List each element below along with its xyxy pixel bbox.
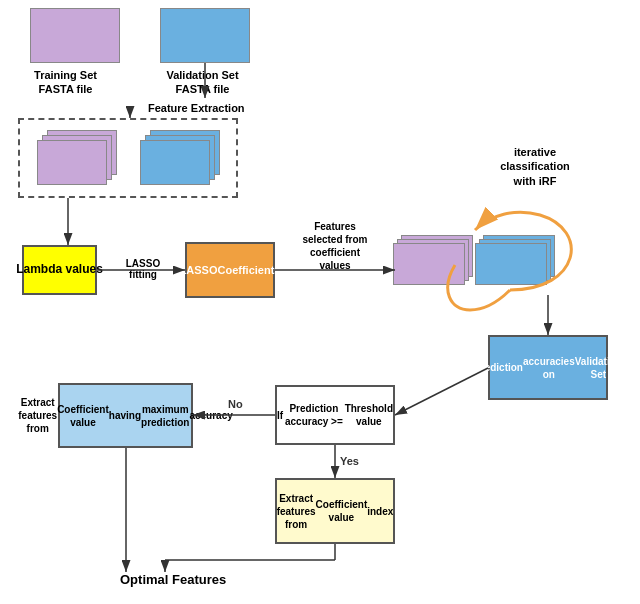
training-set-label: Training Set FASTA file — [8, 68, 123, 97]
training-set-box — [30, 8, 120, 63]
features-selected-label: Features selected from coefficient value… — [290, 220, 380, 272]
extract-max-box: Extract features from Coefficient value … — [58, 383, 193, 448]
feature-extraction-label: Feature Extraction — [148, 102, 245, 114]
diagram: Training Set FASTA file Validation Set F… — [0, 0, 640, 604]
lasso-coefficients-box: LASSO Coefficients — [185, 242, 275, 298]
lambda-box: Lambda values — [22, 245, 97, 295]
validation-set-box — [160, 8, 250, 63]
extract-index-box: Extract features from Coefficient value … — [275, 478, 395, 544]
prediction-accuracy-box: Prediction accuracies on Validation Set — [488, 335, 608, 400]
svg-line-8 — [395, 368, 488, 415]
if-condition-box: If Prediction accuracy >= Threshold valu… — [275, 385, 395, 445]
iterative-classification-label: iterative classification with iRF — [470, 145, 600, 188]
svg-text:Yes: Yes — [340, 455, 359, 467]
lasso-fitting-label: LASSO fitting — [108, 258, 178, 280]
optimal-features-label: Optimal Features — [120, 572, 226, 587]
validation-set-label: Validation Set FASTA file — [145, 68, 260, 97]
